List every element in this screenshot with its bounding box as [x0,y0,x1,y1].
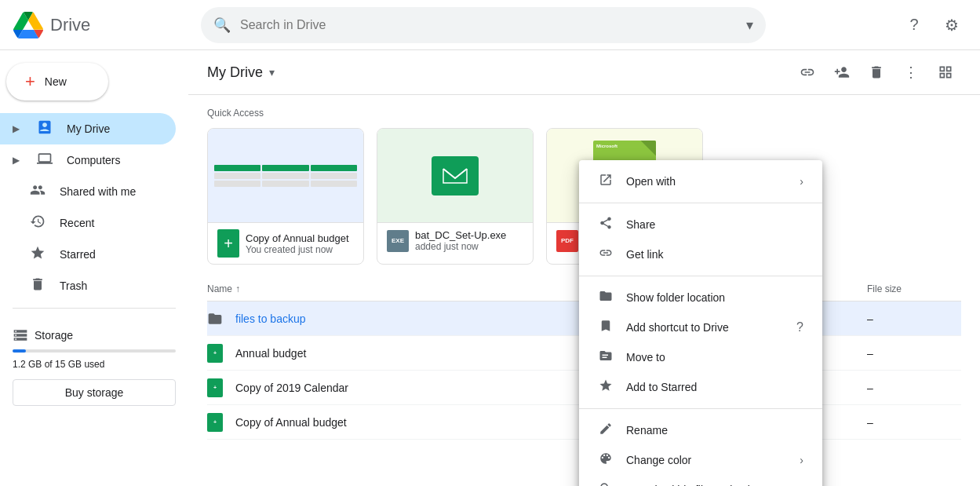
quick-card-name-2: bat_DC_Set-Up.exe [415,229,506,241]
sidebar-item-label-recent: Recent [60,217,94,229]
move-icon [598,349,614,366]
new-button-label: New [45,75,67,88]
menu-label-add-starred: Add to Starred [626,381,803,393]
expand-icon: ▶ [13,123,20,134]
quick-card-thumb-2 [377,129,533,223]
sheets-file-icon: + [207,344,235,363]
file-size: – [867,382,961,394]
header: Drive 🔍 ▾ ? ⚙ [0,0,980,50]
sidebar: + New ▶ My Drive ▶ Computers Shared with… [0,50,188,486]
sidebar-item-computers[interactable]: ▶ Computers [0,144,176,176]
exe-icon: EXE [387,230,409,252]
help-button[interactable]: ? [898,9,930,41]
main-toolbar: My Drive ▾ ⋮ [188,50,980,95]
menu-label-move-to: Move to [626,351,803,364]
menu-label-change-color: Change color [626,454,787,466]
menu-item-search-within[interactable]: Search within files to backup [579,475,822,486]
quick-card-sub-1: You created just now [246,244,349,255]
sidebar-item-recent[interactable]: Recent [0,207,176,239]
grid-view-button[interactable] [930,57,961,88]
menu-item-share[interactable]: Share [579,210,822,239]
folder-location-icon [598,289,614,306]
new-plus-icon: + [25,71,35,92]
file-size: – [867,312,961,325]
drive-logo-icon [13,12,44,38]
title-dropdown-icon[interactable]: ▾ [269,66,275,79]
menu-item-move-to[interactable]: Move to [579,342,822,372]
open-with-icon [598,173,614,190]
quick-access-title: Quick Access [207,108,961,119]
storage-bar-fill [13,349,26,353]
sheets-file-icon-2: + [207,378,235,397]
more-options-button[interactable]: ⋮ [895,57,927,88]
share-link-button[interactable] [792,57,823,88]
menu-divider-2 [579,276,822,276]
menu-divider-3 [579,408,822,409]
sidebar-item-label-trash: Trash [60,280,87,292]
sheets-file-icon-3: + [207,413,235,432]
link-icon [598,246,614,263]
menu-item-get-link[interactable]: Get link [579,239,822,269]
sidebar-item-my-drive[interactable]: ▶ My Drive [0,113,176,144]
menu-label-get-link: Get link [626,248,803,261]
star-icon [598,378,614,396]
folder-icon [207,311,235,327]
sidebar-item-starred[interactable]: Starred [0,239,176,270]
palette-icon [598,451,614,469]
buy-storage-button[interactable]: Buy storage [13,379,176,406]
menu-divider-1 [579,203,822,203]
header-actions: ? ⚙ [898,9,967,41]
shortcut-icon [598,319,614,336]
menu-label-share: Share [626,218,803,231]
menu-item-add-shortcut[interactable]: Add shortcut to Drive ? [579,312,822,342]
trash-icon [28,276,47,296]
settings-button[interactable]: ⚙ [936,9,967,41]
drive-title: My Drive ▾ [207,64,275,81]
menu-label-open-with: Open with [626,175,787,188]
quick-card-annual-budget[interactable]: Copy of Annual budget You created just n… [207,128,364,265]
main-content: My Drive ▾ ⋮ Quick Access [188,50,980,486]
quick-card-info-2: EXE bat_DC_Set-Up.exe added just now [377,223,533,258]
quick-card-exe[interactable]: EXE bat_DC_Set-Up.exe added just now [377,128,534,265]
delete-button[interactable] [861,57,892,88]
shared-icon [28,182,47,202]
computers-icon [35,151,54,170]
my-drive-icon [35,119,54,139]
menu-item-open-with[interactable]: Open with › [579,166,822,196]
file-size: – [867,416,961,429]
new-button[interactable]: + New [6,63,108,100]
search-input[interactable] [240,18,746,32]
starred-icon [28,245,47,265]
search-icon: 🔍 [213,16,231,34]
col-name-label: Name [207,283,232,294]
expand-icon-computers: ▶ [13,155,20,166]
sidebar-item-shared[interactable]: Shared with me [0,176,176,207]
sidebar-item-label-my-drive: My Drive [67,122,110,135]
menu-item-rename[interactable]: Rename [579,415,822,445]
main-layout: + New ▶ My Drive ▶ Computers Shared with… [0,50,980,486]
search-dropdown-icon[interactable]: ▾ [746,16,753,34]
menu-item-add-starred[interactable]: Add to Starred [579,372,822,402]
sidebar-item-label-shared: Shared with me [60,185,136,198]
add-person-button[interactable] [826,57,858,88]
menu-item-change-color[interactable]: Change color › [579,445,822,475]
quick-card-name-1: Copy of Annual budget [246,232,349,244]
storage-section: Storage 1.2 GB of 15 GB used Buy storage [0,315,188,412]
sheets-icon-1 [217,229,239,258]
sidebar-item-trash[interactable]: Trash [0,270,176,301]
search-bar[interactable]: 🔍 ▾ [201,7,766,43]
sidebar-item-label-starred: Starred [60,248,96,261]
submenu-arrow-open-with: › [800,175,803,188]
app-title: Drive [50,15,90,35]
sidebar-item-label-computers: Computers [67,154,120,166]
quick-card-sub-2: added just now [415,241,506,252]
mstp-corner [640,141,656,156]
quick-card-thumb-1 [208,129,363,223]
menu-label-rename: Rename [626,424,803,437]
storage-bar-background [13,349,176,353]
menu-label-show-folder: Show folder location [626,291,803,304]
menu-item-show-folder[interactable]: Show folder location [579,283,822,312]
search-within-icon [598,481,614,486]
sidebar-divider [13,308,176,309]
col-size-header: File size [867,283,961,294]
